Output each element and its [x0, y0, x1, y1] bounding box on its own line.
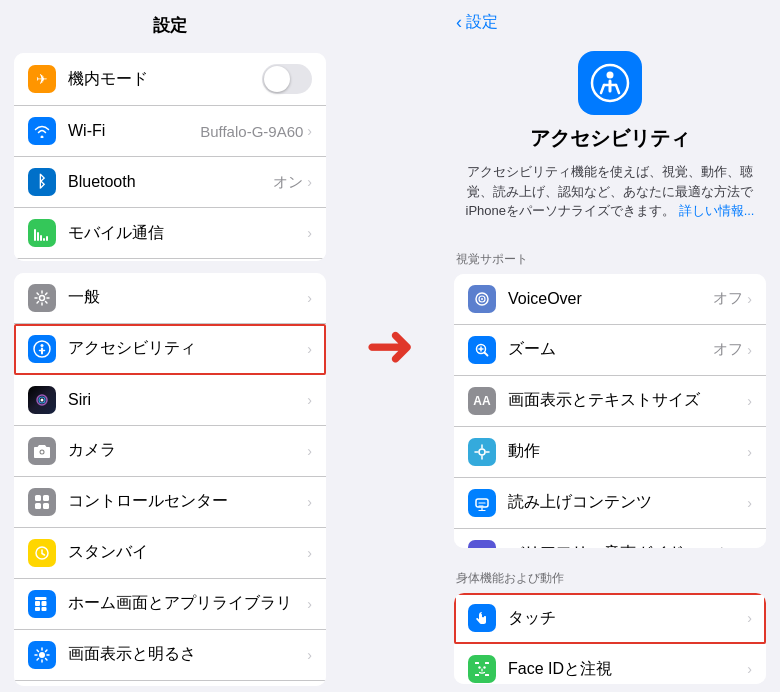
svg-rect-40 — [475, 674, 479, 676]
hero-description: アクセシビリティ機能を使えば、視覚、動作、聴覚、読み上げ、認知など、あなたに最適… — [460, 162, 760, 221]
svg-rect-23 — [35, 607, 40, 611]
camera-chevron: › — [307, 443, 312, 459]
svg-rect-16 — [35, 495, 41, 501]
mobile-icon — [28, 219, 56, 247]
voiceover-label: VoiceOver — [508, 290, 582, 308]
siri-content: Siri › — [68, 391, 312, 409]
svg-rect-21 — [35, 601, 40, 606]
audio-guide-chevron: › — [747, 546, 752, 549]
settings-item-accessibility[interactable]: アクセシビリティ › — [14, 324, 326, 375]
vision-support-group: VoiceOver オフ › ズーム オフ › — [454, 274, 766, 549]
display-text-chevron: › — [747, 393, 752, 409]
touch-label: タッチ — [508, 608, 556, 629]
right-item-display-text[interactable]: AA 画面表示とテキストサイズ › — [454, 376, 766, 427]
svg-rect-19 — [43, 503, 49, 509]
airplane-content: 機内モード — [68, 64, 312, 94]
settings-item-bluetooth[interactable]: ᛒ Bluetooth オン › — [14, 157, 326, 208]
settings-item-siri[interactable]: Siri › — [14, 375, 326, 426]
audio-guide-label: バリアフリー音声ガイド — [508, 543, 684, 548]
svg-rect-22 — [42, 601, 47, 606]
audio-guide-value: オフ — [713, 544, 743, 548]
general-label: 一般 — [68, 287, 100, 308]
svg-rect-2 — [34, 229, 36, 241]
hero-link[interactable]: 詳しい情報... — [679, 203, 755, 218]
svg-point-31 — [607, 72, 614, 79]
homescreen-content: ホーム画面とアプリライブラリ › — [68, 593, 312, 614]
wifi-label: Wi-Fi — [68, 122, 105, 140]
faceid-label: Face IDと注視 — [508, 659, 612, 680]
svg-rect-17 — [43, 495, 49, 501]
right-item-audio-guide[interactable]: バリアフリー音声ガイド オフ › — [454, 529, 766, 549]
settings-item-display[interactable]: 画面表示と明るさ › — [14, 630, 326, 681]
wifi-chevron: › — [307, 123, 312, 139]
accessibility-content: アクセシビリティ › — [68, 338, 312, 359]
spoken-label: 読み上げコンテンツ — [508, 492, 652, 513]
right-item-voiceover[interactable]: VoiceOver オフ › — [454, 274, 766, 325]
svg-point-15 — [41, 450, 44, 453]
right-item-zoom[interactable]: ズーム オフ › — [454, 325, 766, 376]
svg-point-34 — [481, 298, 483, 300]
hero-accessibility-icon — [578, 51, 642, 115]
display-text-content: 画面表示とテキストサイズ › — [508, 390, 752, 411]
settings-item-standby[interactable]: スタンバイ › — [14, 528, 326, 579]
voiceover-right: オフ › — [713, 289, 752, 308]
display-text-icon: AA — [468, 387, 496, 415]
standby-chevron: › — [307, 545, 312, 561]
settings-item-control[interactable]: コントロールセンター › — [14, 477, 326, 528]
left-panel: 設定 ✈ 機内モード Wi-Fi Buff — [0, 0, 340, 692]
back-button[interactable]: ‹ 設定 — [456, 12, 498, 33]
faceid-content: Face IDと注視 › — [508, 659, 752, 680]
accessibility-label: アクセシビリティ — [68, 338, 196, 359]
camera-label: カメラ — [68, 440, 116, 461]
settings-item-mobile[interactable]: モバイル通信 › — [14, 208, 326, 259]
right-item-faceid[interactable]: Face IDと注視 › — [454, 644, 766, 684]
motion-chevron: › — [747, 444, 752, 460]
spoken-chevron: › — [747, 495, 752, 511]
faceid-chevron: › — [747, 661, 752, 677]
bluetooth-label: Bluetooth — [68, 173, 136, 191]
airplane-label: 機内モード — [68, 69, 148, 90]
mobile-content: モバイル通信 › — [68, 223, 312, 244]
settings-item-wifi[interactable]: Wi-Fi Buffalo-G-9A60 › — [14, 106, 326, 157]
bluetooth-right: オン › — [273, 173, 312, 192]
right-item-spoken[interactable]: 読み上げコンテンツ › — [454, 478, 766, 529]
settings-item-general[interactable]: 一般 › — [14, 273, 326, 324]
accessibility-hero: アクセシビリティ アクセシビリティ機能を使えば、視覚、動作、聴覚、読み上げ、認知… — [440, 39, 780, 237]
audio-guide-right: オフ › — [713, 544, 752, 548]
svg-rect-24 — [42, 607, 47, 611]
settings-item-homescreen[interactable]: ホーム画面とアプリライブラリ › — [14, 579, 326, 630]
navigation-arrow: ➜ — [340, 0, 440, 692]
right-item-motion[interactable]: 動作 › — [454, 427, 766, 478]
back-chevron-icon: ‹ — [456, 12, 462, 33]
general-right: › — [307, 290, 312, 306]
display-text-label: 画面表示とテキストサイズ — [508, 390, 700, 411]
standby-content: スタンバイ › — [68, 542, 312, 563]
settings-item-battery[interactable]: バッテリー › — [14, 259, 326, 261]
right-item-touch[interactable]: タッチ › — [454, 593, 766, 644]
display-chevron: › — [307, 647, 312, 663]
wifi-value: Buffalo-G-9A60 — [200, 123, 303, 140]
zoom-label: ズーム — [508, 339, 556, 360]
svg-point-8 — [40, 295, 45, 300]
bluetooth-content: Bluetooth オン › — [68, 173, 312, 192]
svg-rect-25 — [35, 597, 47, 600]
control-label: コントロールセンター — [68, 491, 228, 512]
voiceover-content: VoiceOver オフ › — [508, 289, 752, 308]
airplane-toggle[interactable] — [262, 64, 312, 94]
wifi-right: Buffalo-G-9A60 › — [200, 123, 312, 140]
left-panel-title: 設定 — [0, 0, 340, 47]
svg-point-13 — [41, 398, 44, 401]
zoom-icon — [468, 336, 496, 364]
settings-item-airplane[interactable]: ✈ 機内モード — [14, 53, 326, 106]
hero-title: アクセシビリティ — [530, 125, 690, 152]
settings-item-search[interactable]: 検索 › — [14, 681, 326, 686]
faceid-icon — [468, 655, 496, 683]
touch-content: タッチ › — [508, 608, 752, 629]
svg-rect-39 — [485, 662, 489, 664]
display-label: 画面表示と明るさ — [68, 644, 196, 665]
siri-chevron: › — [307, 392, 312, 408]
motion-label: 動作 — [508, 441, 540, 462]
siri-right: › — [307, 392, 312, 408]
settings-item-camera[interactable]: カメラ › — [14, 426, 326, 477]
accessibility-chevron: › — [307, 341, 312, 357]
